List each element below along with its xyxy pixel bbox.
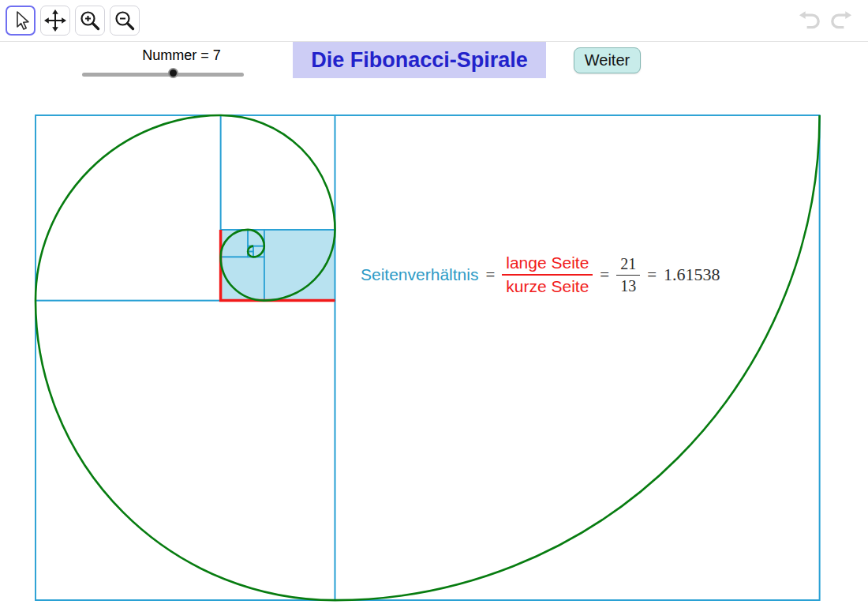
redo-button[interactable] — [828, 9, 854, 33]
undo-redo-group — [797, 9, 854, 33]
weiter-button[interactable]: Weiter — [574, 47, 641, 73]
move-tool-button[interactable] — [40, 6, 70, 36]
move-icon — [43, 9, 67, 32]
graphics-view[interactable] — [0, 0, 868, 608]
zoom-in-tool-button[interactable] — [75, 6, 105, 36]
geogebra-applet: Nummer = 7 Die Fibonacci-Spirale Weiter … — [0, 0, 868, 608]
number-fraction: 21 13 — [616, 255, 640, 295]
ratio-value: 1.61538 — [664, 265, 720, 285]
number-fraction-denominator: 13 — [616, 275, 640, 295]
equals-sign: = — [647, 265, 657, 285]
redo-icon — [828, 9, 854, 31]
number-fraction-numerator: 21 — [616, 255, 640, 275]
number-slider[interactable] — [82, 73, 244, 77]
undo-icon — [797, 9, 823, 31]
select-tool-button[interactable] — [6, 6, 36, 36]
cursor-icon — [9, 9, 32, 32]
zoom-out-tool-button[interactable] — [110, 6, 140, 36]
page-title: Die Fibonacci-Spirale — [293, 42, 546, 78]
formula-lhs: Seitenverhältnis — [361, 265, 478, 284]
word-fraction-numerator: lange Seite — [502, 253, 593, 274]
word-fraction: lange Seite kurze Seite — [502, 253, 593, 296]
zoom-out-icon — [113, 9, 137, 32]
word-fraction-denominator: kurze Seite — [502, 274, 593, 296]
toolbar — [0, 0, 868, 42]
equals-sign: = — [600, 265, 609, 285]
undo-button[interactable] — [797, 9, 823, 33]
ratio-formula: Seitenverhältnis = lange Seite kurze Sei… — [361, 247, 720, 302]
equals-sign: = — [485, 265, 495, 285]
zoom-in-icon — [78, 9, 102, 32]
slider-label: Nummer = 7 — [118, 47, 245, 64]
